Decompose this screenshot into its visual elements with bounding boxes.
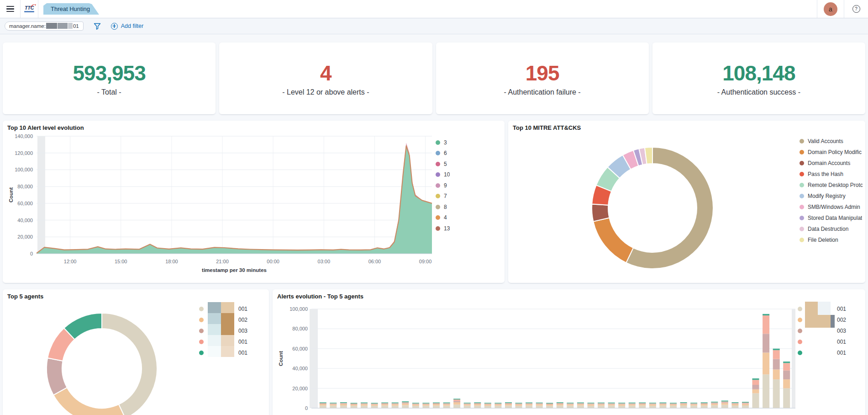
bar-segment[interactable] xyxy=(505,404,512,405)
bar-segment[interactable] xyxy=(433,404,440,404)
bar-segment[interactable] xyxy=(763,374,769,408)
bar-segment[interactable] xyxy=(557,405,563,408)
bar-segment[interactable] xyxy=(474,405,481,408)
bar-segment[interactable] xyxy=(557,404,563,404)
bar-segment[interactable] xyxy=(474,402,481,403)
bar-segment[interactable] xyxy=(577,404,584,404)
bar-segment[interactable] xyxy=(422,403,429,404)
bar-segment[interactable] xyxy=(412,406,419,408)
bar-segment[interactable] xyxy=(783,371,790,380)
bar-segment[interactable] xyxy=(516,403,522,404)
bar-segment[interactable] xyxy=(588,406,594,408)
mitre-slice-domain-policy-modific[interactable] xyxy=(593,218,633,263)
bar-segment[interactable] xyxy=(783,363,790,370)
bar-segment[interactable] xyxy=(567,404,573,404)
bar-segment[interactable] xyxy=(505,403,512,404)
bar-segment[interactable] xyxy=(320,402,326,403)
bar-segment[interactable] xyxy=(598,403,605,404)
bar-segment[interactable] xyxy=(474,404,481,404)
bar-segment[interactable] xyxy=(567,404,573,404)
bar-segment[interactable] xyxy=(567,404,573,406)
bar-segment[interactable] xyxy=(433,403,440,404)
alert-level-legend-item[interactable]: 5 xyxy=(436,159,450,170)
bar-segment[interactable] xyxy=(690,404,697,404)
bar-segment[interactable] xyxy=(422,404,429,404)
bar-segment[interactable] xyxy=(557,403,563,404)
bar-segment[interactable] xyxy=(711,403,718,403)
bar-segment[interactable] xyxy=(484,404,491,404)
bar-segment[interactable] xyxy=(330,404,337,406)
bar-segment[interactable] xyxy=(752,380,759,385)
bar-segment[interactable] xyxy=(670,404,677,404)
alert-level-legend-item[interactable]: 8 xyxy=(436,202,450,213)
bar-segment[interactable] xyxy=(701,405,708,408)
alert-level-legend-item[interactable]: 3 xyxy=(436,137,450,148)
bar-segment[interactable] xyxy=(320,405,326,408)
bar-segment[interactable] xyxy=(320,403,326,404)
evo-legend-item[interactable]: 001 xyxy=(798,336,848,347)
bar-segment[interactable] xyxy=(711,403,718,404)
bar-segment[interactable] xyxy=(516,404,522,406)
bar-segment[interactable] xyxy=(649,404,656,404)
bar-segment[interactable] xyxy=(505,402,512,403)
bar-segment[interactable] xyxy=(546,403,553,404)
bar-segment[interactable] xyxy=(536,403,543,404)
bar-segment[interactable] xyxy=(721,401,728,402)
bar-segment[interactable] xyxy=(598,404,605,404)
alert-level-legend-item[interactable]: 10 xyxy=(436,170,450,181)
bar-segment[interactable] xyxy=(402,405,409,409)
bar-segment[interactable] xyxy=(763,315,769,334)
bar-segment[interactable] xyxy=(659,403,666,404)
bar-segment[interactable] xyxy=(731,404,738,405)
bar-segment[interactable] xyxy=(659,405,666,408)
bar-segment[interactable] xyxy=(330,404,337,404)
bar-segment[interactable] xyxy=(453,399,460,401)
bar-segment[interactable] xyxy=(680,405,687,408)
bar-segment[interactable] xyxy=(526,404,532,405)
mitre-legend-item[interactable]: Pass the Hash xyxy=(800,169,863,180)
bar-segment[interactable] xyxy=(361,403,368,404)
bar-segment[interactable] xyxy=(392,404,399,405)
bar-segment[interactable] xyxy=(752,389,759,394)
bar-segment[interactable] xyxy=(484,403,491,404)
bar-segment[interactable] xyxy=(526,403,532,404)
bar-segment[interactable] xyxy=(516,406,522,408)
bar-segment[interactable] xyxy=(639,403,646,404)
bar-segment[interactable] xyxy=(320,404,326,404)
bar-segment[interactable] xyxy=(752,393,759,408)
bar-segment[interactable] xyxy=(763,353,769,375)
bar-segment[interactable] xyxy=(680,402,687,403)
bar-segment[interactable] xyxy=(783,362,790,363)
agent-slice-002[interactable] xyxy=(53,388,126,415)
bar-segment[interactable] xyxy=(453,402,460,404)
bar-segment[interactable] xyxy=(330,403,337,404)
mitre-legend-item[interactable]: Stored Data Manipulat xyxy=(800,213,863,223)
bar-segment[interactable] xyxy=(351,404,358,406)
menu-hamburger-icon[interactable] xyxy=(0,0,20,18)
bar-segment[interactable] xyxy=(484,406,491,408)
bar-segment[interactable] xyxy=(577,405,584,408)
bar-segment[interactable] xyxy=(773,379,780,408)
bar-segment[interactable] xyxy=(484,404,491,404)
mitre-legend-item[interactable]: Valid Accounts xyxy=(800,136,863,147)
bar-segment[interactable] xyxy=(422,404,429,406)
bar-segment[interactable] xyxy=(381,404,388,405)
bar-segment[interactable] xyxy=(742,403,749,403)
bar-segment[interactable] xyxy=(494,403,501,404)
alert-level-legend-item[interactable]: 4 xyxy=(436,213,450,223)
bar-segment[interactable] xyxy=(536,403,543,404)
bar-segment[interactable] xyxy=(670,406,677,408)
bar-segment[interactable] xyxy=(340,402,347,403)
mitre-legend-item[interactable]: Data Destruction xyxy=(800,223,863,234)
bar-segment[interactable] xyxy=(474,404,481,405)
bar-segment[interactable] xyxy=(639,403,646,404)
alert-level-legend-item[interactable]: 13 xyxy=(436,223,450,234)
agent-slice-001[interactable] xyxy=(102,313,157,415)
bar-segment[interactable] xyxy=(618,404,625,404)
bar-segment[interactable] xyxy=(443,403,450,404)
bar-segment[interactable] xyxy=(783,379,790,388)
bar-segment[interactable] xyxy=(629,406,636,408)
bar-segment[interactable] xyxy=(629,404,636,404)
bar-segment[interactable] xyxy=(340,404,347,405)
bar-segment[interactable] xyxy=(381,403,388,404)
